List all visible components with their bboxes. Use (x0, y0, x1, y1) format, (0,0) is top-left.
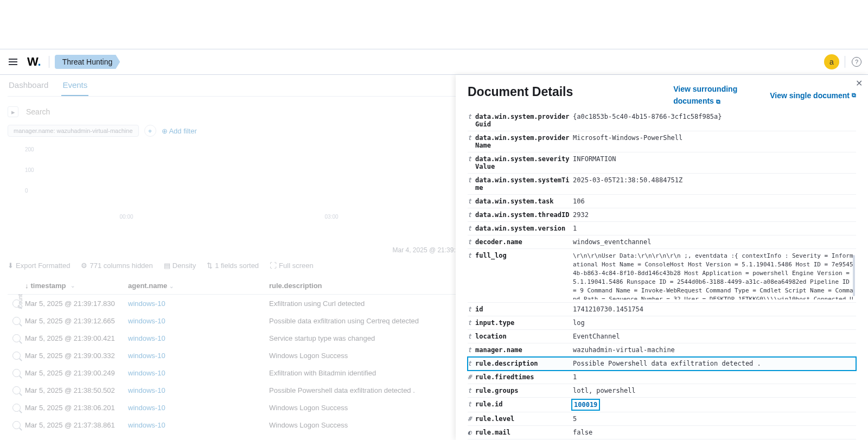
columns-hidden-label: 771 columns hidden (90, 262, 152, 270)
detail-row: tfull_log\r\n\r\nUser Data:\r\n\r\n\r\n … (468, 249, 856, 303)
cell-agent[interactable]: windows-10 (128, 386, 269, 394)
link-text: View surrounding (673, 85, 737, 93)
inspect-icon[interactable] (8, 421, 25, 429)
field-type-icon: t (468, 155, 475, 163)
field-value: INFORMATION (573, 155, 856, 163)
link-text: documents (673, 97, 714, 105)
cell-agent[interactable]: windows-10 (128, 352, 269, 360)
field-key: data.win.system.systemTime (475, 176, 573, 192)
close-icon[interactable]: ✕ (856, 78, 863, 88)
cell-agent[interactable]: windows-10 (128, 334, 269, 342)
field-key: rule.mail (475, 429, 573, 436)
field-key: input.type (475, 319, 573, 327)
cell-agent[interactable]: windows-10 (128, 369, 269, 377)
field-type-icon: t (468, 252, 475, 259)
add-chip-button[interactable]: + (144, 125, 156, 137)
inspect-icon[interactable] (8, 334, 25, 342)
field-type-icon: t (468, 387, 475, 394)
field-value: {a0c1853b-5c40-4b15-8766-3cf1c58f985a} (573, 113, 856, 120)
cell-timestamp: Mar 5, 2025 @ 21:39:00.421 (25, 334, 128, 342)
detail-row: ◐rule.mailfalse (468, 426, 856, 439)
field-value[interactable]: 100019 (573, 400, 856, 409)
logo[interactable]: W. (27, 55, 41, 69)
detail-body[interactable]: tdata.win.system.providerGuid{a0c1853b-5… (456, 110, 868, 440)
col-ts-label: timestamp (31, 282, 66, 290)
export-button[interactable]: ⬇ Export Formatted (8, 262, 70, 270)
divider (49, 56, 49, 68)
field-key: data.win.system.providerGuid (475, 113, 573, 128)
field-type-icon: t (468, 238, 475, 246)
tab-events[interactable]: Events (61, 75, 88, 96)
scrollbar[interactable] (853, 255, 855, 296)
flyout-title: Document Details (468, 85, 573, 99)
field-key: manager.name (475, 346, 573, 354)
field-type-icon: # (468, 415, 475, 423)
field-value: 2025-03-05T21:38:50.4884751Z (573, 176, 856, 184)
y-axis-label: Count (17, 294, 23, 309)
col-agent[interactable]: agent.name⌄ (128, 282, 269, 290)
filter-chip[interactable]: manager.name: wazuhadmin-virtual-machine (8, 125, 139, 137)
field-type-icon: t (468, 360, 475, 367)
view-single-doc-link[interactable]: View single document ⧉ (770, 85, 856, 106)
columns-hidden[interactable]: ⚙ 771 columns hidden (81, 262, 152, 270)
flyout-header: Document Details View surrounding docume… (456, 75, 868, 110)
col-timestamp[interactable]: ↓ timestamp⌄ (25, 282, 128, 290)
field-key: rule.level (475, 415, 573, 423)
field-type-icon: t (468, 211, 475, 219)
inspect-icon[interactable] (8, 317, 25, 325)
cell-agent[interactable]: windows-10 (128, 317, 269, 325)
field-key: location (475, 333, 573, 340)
field-value: false (573, 429, 856, 436)
field-key: rule.id (475, 400, 573, 408)
field-type-icon: ◐ (468, 429, 475, 436)
search-prefix-icon[interactable]: ▸ (8, 106, 18, 117)
field-value: wazuhadmin-virtual-machine (573, 346, 856, 354)
cell-agent[interactable]: windows-10 (128, 404, 269, 412)
y-tick: 0 (25, 188, 28, 194)
field-type-icon: t (468, 176, 475, 184)
help-icon[interactable]: ? (852, 57, 861, 67)
inspect-icon[interactable] (8, 369, 25, 377)
field-value: Microsoft-Windows-PowerShell (573, 134, 856, 142)
breadcrumb-pill[interactable]: Threat Hunting (55, 55, 120, 69)
cell-agent[interactable]: windows-10 (128, 421, 269, 429)
detail-row: tdata.win.system.task106 (468, 195, 856, 208)
inspect-icon[interactable] (8, 404, 25, 412)
cell-timestamp: Mar 5, 2025 @ 21:39:00.332 (25, 352, 128, 360)
field-value: log (573, 319, 856, 327)
density-button[interactable]: ▤ Density (164, 262, 196, 270)
detail-row: tdata.win.system.providerNameMicrosoft-W… (468, 131, 856, 152)
inspect-icon[interactable] (8, 299, 25, 308)
add-filter-link[interactable]: ⊕ Add filter (162, 127, 197, 135)
cell-timestamp: Mar 5, 2025 @ 21:39:12.665 (25, 317, 128, 325)
document-details-flyout: ✕ Document Details View surrounding docu… (456, 75, 868, 440)
sort-label: 1 fields sorted (215, 262, 259, 270)
inspect-icon[interactable] (8, 386, 25, 394)
fullscreen-label: Full screen (279, 262, 314, 270)
field-value: lotl, powershell (573, 387, 856, 394)
field-type-icon: t (468, 197, 475, 205)
export-label: Export Formatted (16, 262, 70, 270)
y-tick: 200 (25, 146, 34, 152)
inspect-icon[interactable] (8, 352, 25, 360)
field-type-icon: t (468, 225, 475, 232)
field-value: \r\n\r\nUser Data:\r\n\r\n\r\n ;, eventd… (573, 252, 856, 299)
cell-timestamp: Mar 5, 2025 @ 21:39:00.249 (25, 369, 128, 377)
field-value: 106 (573, 197, 856, 205)
cell-agent[interactable]: windows-10 (128, 299, 269, 308)
tab-dashboard[interactable]: Dashboard (8, 75, 49, 96)
view-surrounding-link[interactable]: View surrounding documents ⧉ (673, 85, 737, 106)
field-value: EventChannel (573, 333, 856, 340)
field-type-icon: t (468, 305, 475, 313)
menu-button[interactable] (7, 55, 20, 68)
topbar: W. Threat Hunting a ? (0, 49, 868, 75)
detail-row: tid1741210730.1451754 (468, 303, 856, 316)
field-type-icon: t (468, 113, 475, 120)
cell-timestamp: Mar 5, 2025 @ 21:37:38.861 (25, 421, 128, 429)
fullscreen-button[interactable]: ⛶ Full screen (270, 262, 314, 270)
avatar[interactable]: a (824, 54, 839, 69)
detail-row: tmanager.namewazuhadmin-virtual-machine (468, 343, 856, 357)
link-text: View single document (770, 91, 850, 100)
sort-button[interactable]: ⇅ 1 fields sorted (207, 262, 259, 270)
add-filter-label: Add filter (169, 127, 196, 135)
